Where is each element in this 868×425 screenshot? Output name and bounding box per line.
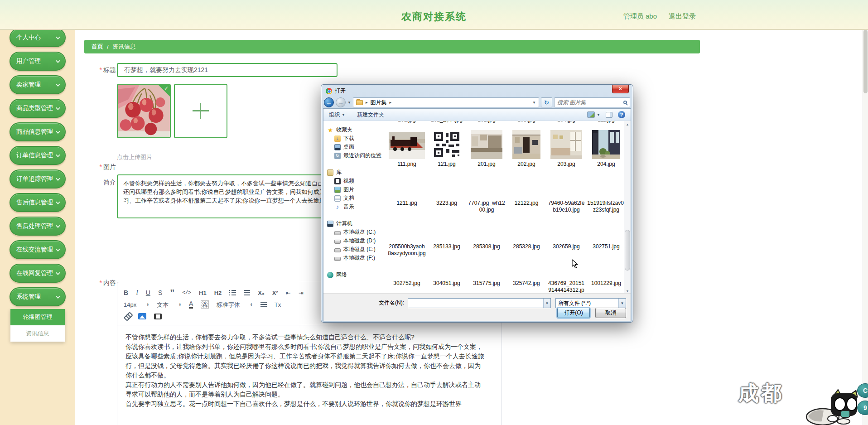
upload-image-button[interactable]	[174, 84, 227, 138]
editor-content[interactable]: 不管你想要怎样的生活，你都要去努力争取，不多尝试一些事情怎么知道自己适合什么、不…	[117, 325, 493, 416]
file-item[interactable]: 204.jpg	[586, 129, 624, 168]
file-item[interactable]: 1001229.jpg	[586, 248, 624, 294]
filetype-dropdown-icon[interactable]: ▼	[618, 299, 626, 308]
nav-item-8[interactable]: 文档	[323, 194, 384, 203]
file-item[interactable]: 79460-59a62feb19e10.jpg	[546, 168, 586, 213]
scroll-up-icon[interactable]: ▲	[624, 121, 631, 127]
file-item[interactable]: 3223.jpg	[427, 168, 467, 213]
nav-item-12[interactable]: 本地磁盘 (C:)	[323, 228, 384, 237]
nav-item-14[interactable]: 本地磁盘 (E:)	[323, 245, 384, 254]
refresh-button[interactable]: ↻	[541, 97, 552, 107]
toolbar-font-family-button[interactable]: 标准字体	[217, 302, 253, 308]
toolbar-heading-2-button[interactable]: H2	[214, 290, 222, 296]
forward-button[interactable]: →	[336, 97, 346, 107]
file-item[interactable]: 151919ifsfzav0lz23sfqf.jpg	[586, 168, 624, 213]
nav-item-2[interactable]: 桌面	[323, 143, 384, 151]
toolbar-unordered-list-button[interactable]	[244, 290, 250, 295]
views-button[interactable]: ▼	[587, 111, 600, 118]
file-item[interactable]: 1211.jpg	[387, 168, 427, 213]
back-button[interactable]: ←	[324, 97, 334, 107]
sidebar-item-11[interactable]: 系统管理	[10, 287, 66, 306]
toolbar-font-size-button[interactable]: 14px	[124, 302, 149, 308]
toolbar-paragraph-type-button[interactable]: 文本	[157, 302, 181, 308]
file-item[interactable]: 101.jpg	[387, 121, 427, 123]
uploaded-image-cherries[interactable]: ✓	[117, 84, 171, 138]
sidebar-item-1[interactable]: 用户管理	[10, 52, 66, 71]
submenu-item-1[interactable]: 资讯信息	[10, 325, 65, 342]
new-folder-button[interactable]: 新建文件夹	[357, 111, 384, 119]
file-item[interactable]: 315775.jpg	[467, 248, 506, 294]
toolbar-clear-format-button[interactable]: Tx	[275, 302, 281, 308]
preview-pane-button[interactable]	[606, 112, 612, 118]
toolbar-background-color-button[interactable]: A	[201, 300, 208, 309]
file-item[interactable]: 7707.jpg_wh1200.jpg	[467, 168, 506, 213]
file-item[interactable]: 101_副本.jpg	[427, 121, 467, 123]
sidebar-item-4[interactable]: 商品信息管理	[10, 122, 66, 141]
toolbar-insert-image-button[interactable]	[138, 313, 146, 319]
page-scrollbar-thumb[interactable]	[863, 30, 868, 93]
logout-link[interactable]: 退出登录	[669, 12, 696, 21]
search-input[interactable]	[557, 99, 616, 106]
toolbar-underline-button[interactable]: U	[146, 290, 150, 296]
organize-menu[interactable]: 组织▼	[329, 111, 345, 119]
address-dropdown-icon[interactable]: ▼	[532, 101, 536, 105]
file-item[interactable]: 304051.jpg	[427, 248, 467, 294]
nav-item-3[interactable]: ↻最近访问的位置	[323, 151, 384, 160]
sidebar-item-10[interactable]: 在线回复管理	[10, 264, 66, 283]
toolbar-code-button[interactable]: </>	[182, 290, 191, 295]
page-scrollbar[interactable]	[863, 30, 868, 425]
open-button[interactable]: 打开(O)	[557, 308, 590, 318]
sidebar-item-0[interactable]: 个人中心	[10, 30, 66, 47]
toolbar-strikethrough-button[interactable]: S	[158, 290, 162, 296]
history-dropdown-icon[interactable]: ▼	[347, 101, 351, 105]
toolbar-subscript-button[interactable]: X₂	[258, 290, 264, 296]
nav-item-7[interactable]: 图片	[323, 185, 384, 194]
filename-combobox[interactable]: ▼	[408, 298, 551, 308]
sidebar-item-7[interactable]: 售后信息管理	[10, 193, 66, 212]
toolbar-insert-video-button[interactable]	[154, 314, 162, 319]
address-breadcrumb[interactable]: ▸ 图片集 ▸ ▼	[353, 97, 539, 107]
nav-item-13[interactable]: 本地磁盘 (D:)	[323, 237, 384, 245]
file-item[interactable]: 111.jpg	[586, 121, 624, 123]
file-item[interactable]: 12122.jpg	[506, 168, 546, 213]
file-item[interactable]: 121.jpg	[427, 129, 467, 168]
nav-item-0[interactable]: ★收藏夹	[323, 126, 384, 134]
toolbar-outdent-button[interactable]: ⇤	[286, 290, 291, 296]
file-item[interactable]: 325742.jpg	[506, 248, 546, 294]
nav-item-11[interactable]: 计算机	[323, 219, 384, 228]
search-box[interactable]	[554, 97, 630, 107]
file-item[interactable]: 436769_201519144414312.jpg	[546, 248, 586, 294]
nav-item-9[interactable]: ♪音乐	[323, 203, 384, 211]
file-item[interactable]: 203.jpg	[546, 129, 586, 168]
sidebar-item-3[interactable]: 商品类型管理	[10, 99, 66, 118]
filename-dropdown-icon[interactable]: ▼	[543, 299, 550, 308]
toolbar-font-color-button[interactable]: A	[189, 300, 193, 309]
sidebar-item-2[interactable]: 卖家管理	[10, 75, 66, 94]
file-item[interactable]: 111.png	[387, 129, 427, 168]
breadcrumb-home[interactable]: 首页	[92, 43, 103, 51]
nav-item-17[interactable]: 网络	[323, 270, 384, 279]
toolbar-italic-button[interactable]: I	[136, 290, 138, 296]
file-item[interactable]: 102.jpg	[467, 121, 506, 123]
file-item[interactable]: 104.jpg	[546, 121, 586, 123]
submenu-item-0[interactable]: 轮播图管理	[10, 309, 65, 325]
toolbar-align-button[interactable]	[260, 302, 267, 307]
help-button[interactable]: ?	[618, 111, 625, 118]
filetype-combobox[interactable]: 所有文件 (*.*) ▼	[555, 298, 626, 308]
title-input[interactable]	[117, 63, 338, 77]
file-list-scrollbar-thumb[interactable]	[625, 230, 630, 270]
toolbar-bold-button[interactable]: B	[124, 290, 128, 296]
file-list-scrollbar[interactable]: ▲ ▼	[624, 121, 631, 294]
toolbar-superscript-button[interactable]: X²	[272, 290, 278, 296]
close-button[interactable]: ×	[612, 85, 629, 93]
toolbar-blockquote-button[interactable]: ”	[170, 288, 174, 297]
toolbar-ordered-list-button[interactable]	[229, 290, 236, 295]
nav-item-5[interactable]: 库	[323, 168, 384, 177]
file-item[interactable]: 302752.jpg	[387, 248, 427, 294]
file-item[interactable]: 103.jpg	[506, 121, 546, 123]
file-item[interactable]: 202.jpg	[506, 129, 546, 168]
file-item[interactable]: 201.jpg	[467, 129, 506, 168]
sidebar-item-8[interactable]: 售后处理管理	[10, 217, 66, 236]
sidebar-item-6[interactable]: 订单追踪管理	[10, 169, 66, 188]
filetype-value[interactable]: 所有文件 (*.*)	[556, 299, 618, 307]
